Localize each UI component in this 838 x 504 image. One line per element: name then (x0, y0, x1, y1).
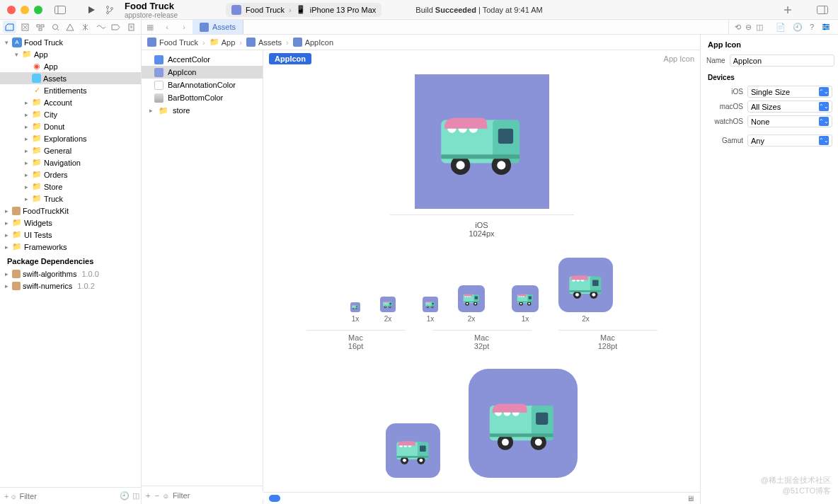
inspector-selector: 📄 🕘 ? (769, 23, 838, 32)
svg-point-19 (52, 24, 57, 29)
view-mode-toggle[interactable] (269, 495, 280, 502)
assets-crumb-icon (246, 38, 256, 47)
icon-slot-ios-1024[interactable] (415, 74, 549, 209)
forward-button[interactable]: › (176, 23, 193, 31)
folder-icon: 📁 (32, 182, 42, 192)
tree-folder-navigation[interactable]: 📁Navigation (0, 156, 141, 168)
test-nav-icon[interactable] (79, 21, 92, 33)
asset-type-label: App Icon (664, 55, 694, 63)
remove-asset-icon[interactable]: − (154, 491, 159, 500)
device-select-macos[interactable]: All Sizes⌃⌄ (747, 101, 832, 113)
back-button[interactable]: ‹ (159, 23, 176, 31)
assets-tab-icon (200, 23, 209, 32)
icon-slot-mac-16-2x[interactable] (380, 297, 396, 312)
icon-slot-mac-16-1x[interactable] (350, 302, 360, 312)
device-label: iOS (706, 88, 743, 96)
run-button[interactable] (85, 4, 98, 16)
scm-filter-icon[interactable]: ◫ (132, 491, 139, 500)
tree-folder-donut[interactable]: 📁Donut (0, 120, 141, 132)
folder-icon: 📁 (159, 105, 168, 115)
breakpoint-nav-icon[interactable] (109, 21, 122, 33)
symbol-nav-icon[interactable] (33, 21, 47, 33)
tree-uitests[interactable]: 📁UI Tests (0, 229, 141, 241)
project-nav-icon[interactable] (3, 21, 16, 33)
asset-row-appicon[interactable]: AppIcon (142, 66, 263, 79)
toggle-navigator-icon[interactable] (54, 4, 67, 16)
zoom-window-button[interactable] (34, 6, 42, 14)
split-editor-icon[interactable]: ◫ (756, 23, 763, 32)
icon-slot-mac-32-1x[interactable] (423, 297, 438, 312)
tab-assets[interactable]: Assets (193, 20, 243, 34)
history-inspector-icon[interactable]: 🕘 (793, 23, 803, 32)
filter-scope-icon[interactable]: ⌾ (163, 491, 168, 500)
tree-kit[interactable]: FoodTruckKit (0, 205, 141, 217)
mac-128pt-group: 1x 2x (512, 258, 613, 323)
tree-widgets[interactable]: 📁Widgets (0, 217, 141, 229)
tree-group-app[interactable]: 📁App (0, 48, 141, 60)
asset-list[interactable]: AccentColorAppIconBarAnnotationColorBarB… (142, 50, 263, 486)
device-select-ios[interactable]: Single Size⌃⌄ (747, 86, 832, 98)
tree-folder-account[interactable]: 📁Account (0, 96, 141, 108)
report-nav-icon[interactable] (125, 21, 138, 33)
tree-package-swift-algorithms[interactable]: swift-algorithms1.0.0 (0, 268, 141, 280)
icon-slot-mac-128-2x[interactable] (558, 258, 613, 312)
project-crumb-icon (147, 38, 156, 47)
svg-point-27 (824, 24, 826, 26)
project-tree[interactable]: AFood Truck 📁App ◉App Assets ✓Entitlemen… (0, 35, 141, 487)
minimize-window-button[interactable] (21, 6, 29, 14)
tree-file-app[interactable]: ◉App (0, 60, 141, 72)
source-control-nav-icon[interactable] (18, 21, 31, 33)
scheme-selector[interactable]: Food Truck › 📱 iPhone 13 Pro Max (226, 3, 381, 17)
asset-row-accentcolor[interactable]: AccentColor (142, 53, 263, 66)
help-inspector-icon[interactable]: ? (810, 23, 814, 31)
toggle-inspector-icon[interactable] (814, 6, 831, 14)
minus-circle-icon[interactable]: ⊖ (745, 23, 752, 32)
tree-folder-explorations[interactable]: 📁Explorations (0, 132, 141, 144)
asset-row-barannotationcolor[interactable]: BarAnnotationColor (142, 79, 263, 91)
refresh-icon[interactable]: ⟲ (735, 23, 741, 32)
recent-filter-icon[interactable]: 🕘 (120, 491, 130, 500)
build-status[interactable]: Build Succeeded | Today at 9:41 AM (415, 6, 542, 14)
icon-slot-mac-256-1x[interactable] (386, 423, 440, 478)
debug-nav-icon[interactable] (94, 21, 108, 33)
tree-root[interactable]: AFood Truck (0, 36, 141, 48)
package-icon (12, 207, 21, 215)
asset-folder-store[interactable]: 📁store (142, 104, 263, 117)
device-preview-icon[interactable]: 🖥 (687, 494, 694, 503)
add-asset-icon[interactable]: + (146, 491, 150, 500)
asset-filter-input[interactable] (173, 491, 270, 500)
name-field[interactable] (730, 55, 834, 67)
find-nav-icon[interactable] (48, 21, 62, 33)
git-branch-icon[interactable] (103, 4, 116, 16)
icon-slot-mac-32-2x[interactable] (458, 285, 485, 312)
dropdown-arrow-icon: ⌃⌄ (819, 102, 829, 111)
svg-point-10 (107, 6, 109, 8)
add-file-icon[interactable]: + (4, 492, 8, 500)
selection-chip[interactable]: AppIcon (269, 53, 311, 64)
asset-row-barbottomcolor[interactable]: BarBottomColor (142, 91, 263, 104)
tree-folder-truck[interactable]: 📁Truck (0, 193, 141, 205)
tree-folder-general[interactable]: 📁General (0, 144, 141, 156)
tree-file-entitlements[interactable]: ✓Entitlements (0, 84, 141, 96)
tab-grid-icon[interactable]: ▦ (142, 23, 159, 32)
device-select-watchos[interactable]: None⌃⌄ (747, 115, 832, 127)
file-inspector-icon[interactable]: 📄 (776, 23, 786, 32)
tree-package-swift-numerics[interactable]: swift-numerics1.0.2 (0, 280, 141, 292)
tree-folder-orders[interactable]: 📁Orders (0, 168, 141, 181)
scheme-name: Food Truck (246, 6, 285, 14)
tree-folder-store[interactable]: 📁Store (0, 181, 141, 193)
breadcrumb-bar[interactable]: Food Truck › 📁App › Assets › AppIcon (142, 35, 700, 50)
issue-nav-icon[interactable] (64, 21, 77, 33)
icon-slot-mac-128-1x[interactable] (512, 285, 539, 312)
gamut-select[interactable]: Any⌃⌄ (747, 134, 832, 147)
scope-icon[interactable]: ⌾ (11, 492, 16, 500)
tree-folder-city[interactable]: 📁City (0, 108, 141, 120)
navigator-filter-input[interactable] (19, 492, 117, 500)
tree-file-assets[interactable]: Assets (0, 72, 141, 84)
icon-slot-mac-256-2x[interactable] (469, 369, 578, 478)
close-window-button[interactable] (7, 6, 16, 14)
attributes-inspector-icon[interactable] (821, 23, 831, 31)
add-button[interactable] (780, 5, 796, 15)
tree-frameworks[interactable]: 📁Frameworks (0, 241, 141, 253)
svg-point-11 (107, 11, 109, 13)
